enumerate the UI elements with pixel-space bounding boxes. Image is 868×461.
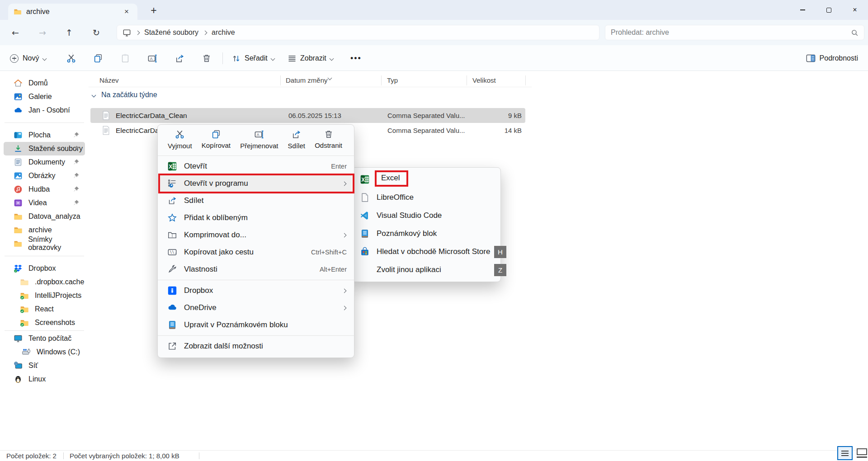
up-button[interactable]: ↑ bbox=[61, 24, 77, 41]
file-row-electriccardata-clean[interactable]: ElectricCarData_Clean 06.05.2025 15:13 C… bbox=[90, 108, 525, 123]
menu-item-open-with[interactable]: Otevřít v programu bbox=[160, 175, 352, 192]
share-action[interactable]: Sdílet bbox=[288, 129, 305, 154]
submenu-item-search-microsoft-store[interactable]: Hledat v obchodě Microsoft Store H bbox=[352, 243, 500, 261]
column-header-size[interactable]: Velikost bbox=[472, 76, 496, 84]
menu-item-properties[interactable]: Vlastnosti Alt+Enter bbox=[158, 261, 354, 278]
sidebar-label: Datova_analyza bbox=[28, 212, 80, 221]
sidebar-item-network[interactable]: Síť bbox=[4, 359, 85, 372]
copy-action[interactable]: Kopírovat bbox=[202, 129, 231, 154]
tab-close-icon[interactable]: × bbox=[121, 6, 132, 17]
details-pane-button[interactable]: Podrobnosti bbox=[806, 50, 858, 66]
submenu-item-label: Hledat v obchodě Microsoft Store bbox=[377, 247, 490, 256]
forward-button[interactable]: → bbox=[34, 24, 51, 41]
rename-button[interactable]: A bbox=[144, 50, 160, 66]
column-separator[interactable] bbox=[280, 75, 281, 85]
external-icon bbox=[167, 341, 177, 351]
menu-item-label: OneDrive bbox=[184, 303, 343, 312]
sidebar-item-pictures[interactable]: Obrázky bbox=[4, 169, 85, 183]
breadcrumb[interactable]: Stažené soubory archive bbox=[117, 25, 599, 40]
see-more-button[interactable]: ••• bbox=[350, 50, 362, 66]
folder-icon bbox=[14, 226, 23, 235]
column-header-date[interactable]: Datum změny bbox=[286, 76, 328, 84]
sidebar-item-dropbox[interactable]: Dropbox bbox=[4, 262, 85, 275]
share-button[interactable] bbox=[171, 50, 188, 66]
menu-divider bbox=[158, 280, 354, 280]
sidebar-item-dropbox-cache[interactable]: .dropbox.cache bbox=[4, 275, 85, 289]
column-separator[interactable] bbox=[525, 75, 526, 85]
sidebar-item-linux[interactable]: Linux bbox=[4, 372, 85, 386]
menu-item-dropbox[interactable]: Dropbox bbox=[158, 282, 354, 299]
copy-button[interactable] bbox=[90, 50, 106, 66]
annotation-rectangle: Excel bbox=[375, 170, 408, 187]
action-label: Odstranit bbox=[315, 141, 342, 149]
folder-sync-icon bbox=[20, 291, 29, 300]
sidebar-item-videos[interactable]: Videa bbox=[4, 196, 85, 210]
new-button[interactable]: Nový bbox=[10, 50, 46, 66]
delete-button[interactable] bbox=[198, 50, 215, 66]
sidebar-item-onedrive-personal[interactable]: Jan - Osobní bbox=[4, 103, 85, 117]
sidebar-item-downloads[interactable]: Stažené soubory bbox=[4, 142, 85, 155]
menu-item-compress[interactable]: Komprimovat do... bbox=[158, 226, 354, 244]
sidebar-item-intellijprojects[interactable]: IntelliJProjects bbox=[4, 289, 85, 302]
column-separator[interactable] bbox=[381, 75, 382, 85]
desktop-icon bbox=[14, 131, 23, 140]
column-header-type[interactable]: Typ bbox=[387, 76, 398, 84]
sidebar-item-this-pc[interactable]: Tento počítač bbox=[4, 332, 85, 345]
new-tab-button[interactable]: + bbox=[147, 4, 160, 17]
submenu-item-excel[interactable]: X Excel bbox=[352, 170, 500, 188]
explorer-tab[interactable]: archive × bbox=[8, 4, 137, 20]
group-header[interactable]: Na začátku týdne bbox=[92, 91, 157, 99]
view-button[interactable]: Zobrazit bbox=[288, 50, 333, 66]
close-button[interactable]: × bbox=[842, 0, 868, 20]
rename-action[interactable]: A Přejmenovat bbox=[240, 129, 278, 154]
minimize-button[interactable] bbox=[789, 0, 816, 20]
cut-action[interactable]: Vyjmout bbox=[168, 129, 192, 154]
menu-item-add-to-favorites[interactable]: Přidat k oblíbeným bbox=[158, 209, 354, 226]
sidebar-item-documents[interactable]: Dokumenty bbox=[4, 155, 85, 169]
search-box[interactable] bbox=[605, 25, 864, 40]
column-separator[interactable] bbox=[467, 75, 467, 85]
sidebar-item-screenshots[interactable]: Screenshots bbox=[4, 316, 85, 329]
sidebar-item-archive[interactable]: archive bbox=[4, 223, 85, 237]
sidebar-item-home[interactable]: Domů bbox=[4, 76, 85, 90]
thumbnail-view-toggle[interactable] bbox=[857, 448, 867, 458]
sidebar-item-gallery[interactable]: Galerie bbox=[4, 90, 85, 103]
menu-item-copy-as-path[interactable]: \\.. Kopírovat jako cestu Ctrl+Shift+C bbox=[158, 244, 354, 261]
breadcrumb-item-downloads[interactable]: Stažené soubory bbox=[144, 28, 198, 37]
breadcrumb-item-archive[interactable]: archive bbox=[212, 28, 235, 37]
action-label: Vyjmout bbox=[168, 142, 192, 150]
menu-item-show-more-options[interactable]: Zobrazit další možnosti bbox=[158, 338, 354, 355]
sort-indicator-icon bbox=[328, 76, 332, 80]
sidebar-item-snimky-obrazovky[interactable]: Snímky obrazovky bbox=[4, 237, 85, 250]
submenu-item-libreoffice[interactable]: LibreOffice bbox=[352, 188, 500, 207]
submenu-item-notepad[interactable]: Poznámkový blok bbox=[352, 225, 500, 243]
delete-action[interactable]: Odstranit bbox=[315, 129, 342, 154]
sidebar-item-react[interactable]: React bbox=[4, 302, 85, 316]
menu-item-onedrive[interactable]: OneDrive bbox=[158, 299, 354, 316]
sidebar-item-windows-c[interactable]: Windows (C:) bbox=[4, 345, 85, 359]
submenu-item-vscode[interactable]: Visual Studio Code bbox=[352, 207, 500, 225]
chevron-right-icon bbox=[203, 30, 208, 35]
menu-item-share[interactable]: Sdílet bbox=[158, 192, 354, 209]
column-header-name[interactable]: Název bbox=[99, 76, 119, 84]
sidebar-item-desktop[interactable]: Plocha bbox=[4, 128, 85, 142]
group-collapse-icon[interactable] bbox=[92, 93, 96, 97]
cut-button[interactable] bbox=[63, 50, 79, 66]
menu-item-open[interactable]: X Otevřít Enter bbox=[158, 158, 354, 175]
menu-item-edit-in-notepad[interactable]: Upravit v Poznámkovém bloku bbox=[158, 316, 354, 334]
sidebar-item-datova-analyza[interactable]: Datova_analyza bbox=[4, 210, 85, 223]
menu-divider bbox=[158, 155, 354, 156]
search-icon[interactable] bbox=[851, 29, 859, 37]
search-input[interactable] bbox=[611, 28, 851, 37]
accelerator-badge: H bbox=[494, 246, 506, 258]
submenu-item-choose-another-app[interactable]: Zvolit jinou aplikaci Z bbox=[352, 261, 500, 279]
refresh-button[interactable]: ↻ bbox=[88, 24, 104, 41]
details-view-toggle[interactable] bbox=[837, 446, 853, 460]
back-button[interactable]: ← bbox=[7, 24, 24, 41]
maximize-button[interactable] bbox=[816, 0, 842, 20]
status-separator bbox=[63, 452, 64, 459]
sidebar-item-music[interactable]: Hudba bbox=[4, 183, 85, 196]
paste-button[interactable] bbox=[117, 50, 133, 66]
sort-button[interactable]: Seřadit bbox=[231, 50, 274, 66]
music-icon bbox=[14, 185, 23, 194]
